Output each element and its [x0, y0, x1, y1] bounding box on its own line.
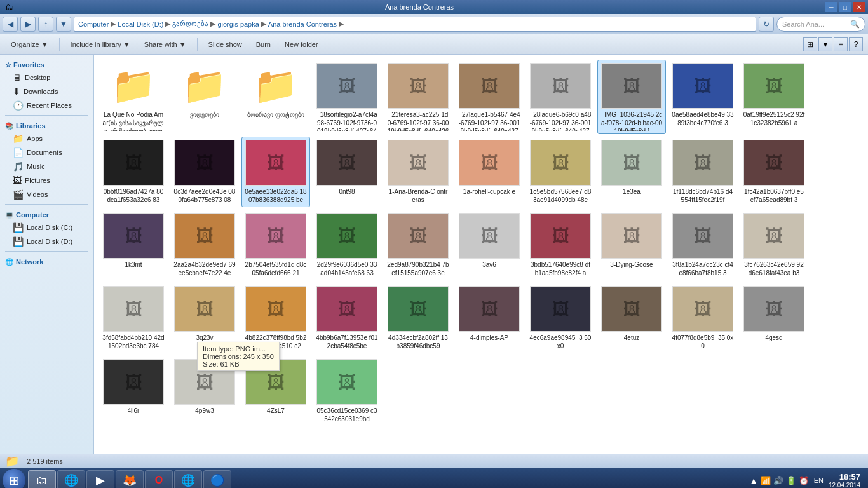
file-item[interactable]: 🖼 4f077f8d8e5b9_35 0x0	[668, 283, 737, 353]
file-item[interactable]: 🖼 _IMG_1036-21945 2ca-f078-102d-b bac-00…	[597, 60, 666, 134]
sidebar-item-desktop[interactable]: 🖥 Desktop	[0, 71, 93, 85]
sidebar-favorites-header[interactable]: ☆ Favorites	[0, 57, 93, 71]
include-library-button[interactable]: Include in library ▼	[65, 36, 136, 53]
recent-locations-button[interactable]: ▼	[56, 17, 71, 32]
file-item[interactable]: 🖼 3bdb517640e99c8 dfb1aa5fb98e82f4 a	[526, 210, 595, 280]
file-item[interactable]: 🖼 3av6	[455, 210, 524, 280]
file-item[interactable]: 🖼 2d29f9e6036d5e0 33ad04b145afe68 63	[313, 210, 381, 280]
breadcrumb-computer[interactable]: Computer	[78, 20, 109, 28]
file-item[interactable]: 🖼 0c3d7aee2d0e43e 080fa64b775c873 08	[170, 137, 239, 207]
sidebar-libraries-header[interactable]: 📚 Libraries	[0, 118, 93, 132]
sidebar-item-documents[interactable]: 📄 Documents	[0, 146, 93, 159]
start-button[interactable]: ⊞	[3, 469, 25, 488]
close-button[interactable]: ✕	[853, 2, 865, 12]
help-button[interactable]: ?	[849, 37, 863, 51]
sidebar-item-localdisk-d[interactable]: 💾 Local Disk (D:)	[0, 234, 93, 248]
file-item[interactable]: 🖼 05c36cd15ce0369 c3542c63031e9bd	[313, 356, 381, 426]
tray-time[interactable]: 18:57 12.04.2014	[829, 472, 860, 488]
file-item[interactable]: 🖼 3fc76263c42e659 92d6e618faf43ea b3	[740, 210, 808, 280]
sidebar-item-recent-places[interactable]: 🕐 Recent Places	[0, 98, 93, 112]
file-label: _IMG_1036-21945 2ca-f078-102d-b bac-0019…	[600, 111, 663, 131]
file-item[interactable]: 📁 ბოირავი ფოტოები	[241, 60, 310, 134]
breadcrumb-gardoeba[interactable]: გარდოება	[172, 20, 208, 28]
file-item[interactable]: 🖼 1k3mt	[99, 210, 168, 280]
sidebar-network-header[interactable]: 🌐 Network	[0, 254, 93, 268]
file-item[interactable]: 🖼 4p9w3	[170, 356, 239, 426]
file-item[interactable]: 🖼 4d334ecbf2a802ff 13b3859f46dbc59	[384, 283, 452, 353]
refresh-button[interactable]: ↻	[759, 17, 774, 32]
slideshow-button[interactable]: Slide show	[203, 36, 248, 53]
file-item[interactable]: 📁 ვიდეოები	[170, 60, 239, 134]
sidebar-item-downloads[interactable]: ⬇ Downloads	[0, 85, 93, 98]
file-item[interactable]: 🖼 2aa2a4b32de9ed7 69ee5cbaef47e22 4e	[170, 210, 239, 280]
maximize-button[interactable]: □	[839, 2, 851, 12]
file-item[interactable]: 🖼 3fd58fabd4bb210 42d1502bd3e3bc 784	[99, 283, 168, 353]
taskbar-app-explorer[interactable]: 🗂	[28, 470, 56, 488]
image-placeholder-icon: 🖼	[480, 152, 498, 173]
file-item[interactable]: 🖼 0af19ff9e25125c2 92f1c32382b5961 a	[740, 60, 808, 134]
file-item[interactable]: 🖼 1c5e5bd57568ee7 d83ae91d4099db 48e	[526, 137, 595, 207]
file-item[interactable]: 📁 La Que No Podia Amar(ის ვისა სიყვარული…	[99, 60, 168, 134]
file-item[interactable]: 🖼 4ZsL7	[241, 356, 310, 426]
taskbar-app-firefox[interactable]: 🦊	[116, 470, 144, 488]
burn-button[interactable]: Burn	[250, 36, 276, 53]
sidebar-computer-header[interactable]: 💻 Computer	[0, 207, 93, 220]
file-item[interactable]: 🖼 1-Ana-Brenda-C ontreras	[384, 137, 452, 207]
taskbar-app-ie[interactable]: 🌐	[57, 470, 85, 488]
file-item[interactable]: 🖼 4ec6a9ae98945_3 50x0	[526, 283, 595, 353]
file-item[interactable]: 🖼 4gesd	[740, 283, 808, 353]
forward-button[interactable]: ▶	[20, 17, 36, 32]
taskbar-app-mediaplayer[interactable]: ▶	[86, 470, 114, 488]
breadcrumb-anabrenda[interactable]: Ana brenda Contreras	[268, 20, 337, 28]
new-folder-button[interactable]: New folder	[279, 36, 324, 53]
file-item[interactable]: 🖼 3q23v	[170, 283, 239, 353]
view-extra-large-button[interactable]: ⊞	[803, 37, 817, 51]
search-box[interactable]: Search Ana... 🔍	[776, 17, 865, 32]
tray-lang[interactable]: EN	[814, 477, 824, 484]
file-item[interactable]: 🖼 4-dimples-AP	[455, 283, 524, 353]
organize-button[interactable]: Organize ▼	[5, 36, 54, 53]
sidebar-item-music[interactable]: 🎵 Music	[0, 159, 93, 173]
file-item[interactable]: 🖼 _27laque1-b5467 4e4-6769-102f-97 36-00…	[455, 60, 524, 134]
file-item[interactable]: 🖼 1e3ea	[597, 137, 666, 207]
sidebar-item-localdisk-c[interactable]: 💾 Local Disk (C:)	[0, 220, 93, 234]
file-item[interactable]: 🖼 4bb9b6a7f13953e f012cba54f8c5be	[313, 283, 381, 353]
minimize-button[interactable]: ─	[825, 2, 837, 12]
file-area[interactable]: 📁 La Que No Podia Amar(ის ვისა სიყვარული…	[94, 55, 868, 454]
file-item[interactable]: 🖼 2ed9a8790b321b4 7bef15155a907e6 3e	[384, 210, 452, 280]
taskbar-app-chrome[interactable]: 🌐	[174, 470, 202, 488]
view-details-button[interactable]: ≡	[834, 37, 848, 51]
back-button[interactable]: ◀	[3, 17, 18, 32]
toolbar-separator-1	[59, 38, 60, 51]
file-item[interactable]: 🖼 4etuz	[597, 283, 666, 353]
taskbar-app-opera[interactable]: O	[145, 470, 173, 488]
status-bar: 📁 2 519 items	[0, 454, 868, 468]
file-item[interactable]: 🖼 _18sortilegio2-a7cf4a98-6769-102f-9736…	[313, 60, 381, 134]
file-item[interactable]: 🖼 1a-rohell-cupcak e	[455, 137, 524, 207]
file-item[interactable]: 🖼 4ii6r	[99, 356, 168, 426]
taskbar-app-chrome2[interactable]: 🔵	[203, 470, 231, 488]
file-item[interactable]: 🖼 3-Dying-Goose	[597, 210, 666, 280]
file-item[interactable]: 🖼 0e5aee13e022da6 1807b836388d925 be	[241, 137, 310, 207]
file-item[interactable]: 🖼 0nt98	[313, 137, 381, 207]
up-button[interactable]: ↑	[38, 17, 53, 32]
tray-volume-icon[interactable]: 🔊	[773, 476, 783, 485]
file-item[interactable]: 🖼 4b822c378ff98bd 5b2eceeb240a510 c2	[241, 283, 310, 353]
file-item[interactable]: 🖼 1f118dc6bd74b16 d4554ff15fec2f19f	[668, 137, 737, 207]
file-item[interactable]: 🖼 _21teresa3-ac225 1d0-6769-102f-97 36-0…	[384, 60, 452, 134]
sidebar-item-pictures[interactable]: 🖼 Pictures	[0, 173, 93, 187]
tray-arrow-icon[interactable]: ▲	[750, 476, 758, 485]
file-item[interactable]: 🖼 _28laque6-b69c0 a48-6769-102f-97 36-00…	[526, 60, 595, 134]
sidebar-item-apps[interactable]: 📁 Apps	[0, 132, 93, 146]
file-item[interactable]: 🖼 3f8a1b24a7dc23c cf4e8f66ba7f8b15 3	[668, 210, 737, 280]
breadcrumb-localdisk[interactable]: Local Disk (D:)	[118, 20, 163, 28]
breadcrumb-giorgis[interactable]: giorgis papka	[217, 20, 259, 28]
share-button[interactable]: Share with ▼	[139, 36, 192, 53]
view-dropdown-button[interactable]: ▼	[818, 37, 832, 51]
sidebar-item-videos[interactable]: 🎬 Videos	[0, 187, 93, 201]
file-item[interactable]: 🖼 0bbf0196ad7427a 80dca1f653a32e6 83	[99, 137, 168, 207]
address-box[interactable]: Computer ▶ Local Disk (D:) ▶ გარდოება ▶ …	[74, 17, 756, 32]
file-item[interactable]: 🖼 0ae58aed4e8be49 3389f3be4c770fc6 3	[668, 60, 737, 134]
file-item[interactable]: 🖼 1fc42a1b0637bff0 e5cf7a65ead89bf 3	[740, 137, 808, 207]
file-item[interactable]: 🖼 2b7504ef535fd1d d8c05fa6defd666 21	[241, 210, 310, 280]
